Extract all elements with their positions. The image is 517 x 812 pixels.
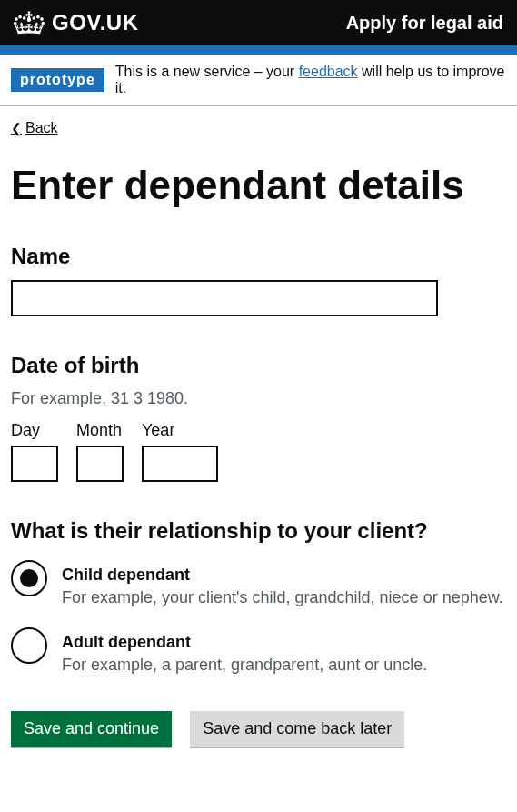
save-later-button[interactable]: Save and come back later	[190, 711, 404, 747]
relationship-radios: Child dependant For example, your client…	[11, 560, 506, 675]
phase-tag: prototype	[11, 68, 104, 92]
back-label: Back	[25, 120, 58, 136]
feedback-link[interactable]: feedback	[299, 64, 358, 79]
service-name: Apply for legal aid	[346, 13, 503, 34]
month-item: Month	[76, 421, 124, 482]
radio-label: Adult dependant	[62, 633, 427, 652]
back-link[interactable]: ❮ Back	[11, 120, 58, 136]
govuk-text: GOV.UK	[52, 10, 138, 35]
dob-label: Date of birth	[11, 353, 506, 378]
button-row: Save and continue Save and come back lat…	[11, 711, 506, 747]
month-input[interactable]	[76, 446, 124, 482]
year-item: Year	[142, 421, 218, 482]
year-input[interactable]	[142, 446, 218, 482]
phase-banner: prototype This is a new service – your f…	[0, 55, 517, 106]
header-accent-bar	[0, 45, 517, 55]
radio-label-wrap: Child dependant For example, your client…	[62, 560, 503, 607]
radio-icon	[11, 627, 47, 664]
name-label: Name	[11, 244, 506, 269]
radio-hint: For example, your client's child, grandc…	[62, 588, 503, 607]
day-label: Day	[11, 421, 58, 440]
year-label: Year	[142, 421, 218, 440]
day-item: Day	[11, 421, 58, 482]
chevron-left-icon: ❮	[11, 121, 22, 135]
header-logo-block[interactable]: GOV.UK	[14, 10, 138, 35]
page-title: Enter dependant details	[11, 164, 506, 207]
site-header: GOV.UK Apply for legal aid	[0, 0, 517, 45]
month-label: Month	[76, 421, 124, 440]
relationship-group: What is their relationship to your clien…	[11, 518, 506, 675]
name-input[interactable]	[11, 280, 438, 316]
dob-hint: For example, 31 3 1980.	[11, 389, 506, 408]
phase-text: This is a new service – your feedback wi…	[115, 64, 506, 96]
radio-label-wrap: Adult dependant For example, a parent, g…	[62, 627, 427, 675]
relationship-legend: What is their relationship to your clien…	[11, 518, 506, 544]
crown-icon	[14, 10, 45, 35]
dob-group: Date of birth For example, 31 3 1980. Da…	[11, 353, 506, 482]
radio-label: Child dependant	[62, 566, 503, 585]
radio-adult[interactable]: Adult dependant For example, a parent, g…	[11, 627, 506, 675]
phase-text-before: This is a new service – your	[115, 64, 299, 79]
main-content: Enter dependant details Name Date of bir…	[0, 145, 517, 774]
date-fields: Day Month Year	[11, 421, 506, 482]
radio-child[interactable]: Child dependant For example, your client…	[11, 560, 506, 607]
radio-hint: For example, a parent, grandparent, aunt…	[62, 656, 427, 675]
day-input[interactable]	[11, 446, 58, 482]
save-continue-button[interactable]: Save and continue	[11, 711, 172, 747]
radio-icon	[11, 560, 47, 596]
name-group: Name	[11, 244, 506, 316]
